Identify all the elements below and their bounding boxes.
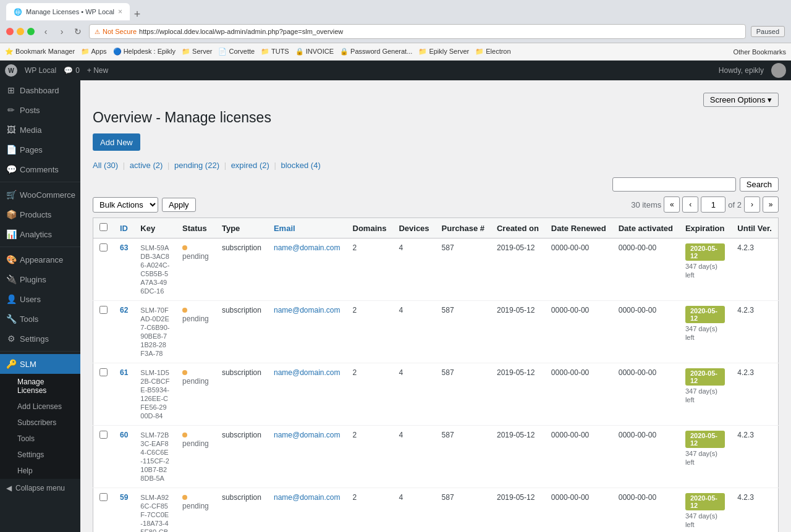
expiry-badge: 2020-05-12 (685, 306, 725, 323)
bookmark-epikly-server[interactable]: 📁 Epikly Server (418, 48, 469, 56)
row-checkbox[interactable] (99, 368, 108, 376)
close-dot[interactable] (6, 28, 14, 35)
sidebar-item-woocommerce[interactable]: 🛒 WooCommerce (0, 185, 80, 205)
sidebar-item-appearance[interactable]: 🎨 Appearance (0, 250, 80, 269)
sidebar-item-analytics[interactable]: 📊 Analytics (0, 224, 80, 244)
tab-bar: 🌐 Manage Licenses • WP Local × + (0, 0, 791, 20)
email-link[interactable]: name@domain.com (274, 306, 341, 315)
cell-activated: 0000-00-00 (612, 363, 679, 426)
screen-options-button[interactable]: Screen Options ▾ (703, 93, 779, 107)
back-button[interactable]: ‹ (40, 25, 52, 38)
email-link[interactable]: name@domain.com (274, 493, 341, 502)
sidebar-submenu-tools[interactable]: Tools (0, 431, 80, 447)
expiry-badge: 2020-05-12 (685, 243, 725, 261)
sidebar-item-comments[interactable]: 💬 Comments (0, 159, 80, 179)
sidebar-submenu-subscribers[interactable]: Subscribers (0, 415, 80, 431)
active-tab[interactable]: 🌐 Manage Licenses • WP Local × (6, 3, 130, 20)
user-avatar[interactable] (771, 63, 786, 78)
tab-close-button[interactable]: × (118, 7, 122, 16)
prev-page-button[interactable]: ‹ (682, 196, 698, 213)
sidebar-item-dashboard[interactable]: ⊞ Dashboard (0, 80, 80, 100)
bulk-actions-wrap: Bulk Actions Apply (93, 197, 196, 213)
col-key: Key (134, 218, 176, 239)
bookmark-manager[interactable]: ⭐ Bookmark Manager (5, 48, 75, 56)
bookmark-password[interactable]: 🔒 Password Generat... (340, 48, 412, 56)
bookmark-invoice[interactable]: 🔒 INVOICE (295, 48, 334, 56)
email-link[interactable]: name@domain.com (274, 431, 341, 439)
woocommerce-label: WooCommerce (20, 190, 75, 200)
expiry-badge: 2020-05-12 (685, 493, 725, 510)
next-page-button[interactable]: › (744, 196, 760, 213)
bulk-actions-select[interactable]: Bulk Actions (93, 197, 158, 213)
minimize-dot[interactable] (17, 28, 24, 35)
cell-renewed: 0000-00-00 (545, 426, 612, 488)
search-button[interactable]: Search (740, 177, 779, 192)
filter-active[interactable]: active (2) (130, 161, 163, 170)
site-name[interactable]: WP Local (25, 66, 56, 75)
page-number-input[interactable] (701, 196, 725, 213)
row-checkbox[interactable] (99, 306, 108, 314)
add-new-button[interactable]: Add New (93, 133, 140, 151)
comments-count: 0 (75, 66, 80, 75)
new-content-button[interactable]: + New (87, 66, 108, 75)
bookmark-server[interactable]: 📁 Server (182, 48, 212, 56)
sidebar-item-settings[interactable]: ⚙ Settings (0, 329, 80, 348)
row-checkbox[interactable] (99, 431, 108, 439)
address-bar[interactable]: ⚠ Not Secure https://wplocal.ddev.local/… (89, 24, 746, 39)
last-page-button[interactable]: » (763, 196, 779, 213)
cell-key: SLM-72B3C-EAF84-C6C6E-115CF-210B7-B28DB-… (134, 426, 176, 488)
row-checkbox[interactable] (99, 243, 108, 251)
comments-badge[interactable]: 💬 0 (64, 66, 80, 75)
bookmark-apps[interactable]: 📁 Apps (81, 48, 107, 56)
new-tab-button[interactable]: + (131, 8, 143, 20)
cell-domains: 2 (347, 301, 393, 363)
maximize-dot[interactable] (27, 28, 35, 35)
sidebar-item-products[interactable]: 📦 Products (0, 205, 80, 224)
bookmark-tuts[interactable]: 📁 TUTS (261, 48, 289, 56)
row-checkbox[interactable] (99, 493, 108, 501)
sidebar-submenu-add-licenses[interactable]: Add Licenses (0, 399, 80, 415)
cell-domains: 2 (347, 239, 393, 301)
sidebar-item-media[interactable]: 🖼 Media (0, 120, 80, 140)
posts-icon: ✏ (6, 105, 16, 115)
pages-icon: 📄 (6, 145, 16, 154)
col-status: Status (176, 218, 216, 239)
filter-pending[interactable]: pending (22) (174, 161, 219, 170)
filter-all[interactable]: All (30) (93, 161, 118, 170)
paused-button[interactable]: Paused (751, 26, 785, 37)
select-all-checkbox[interactable] (99, 223, 108, 231)
email-link[interactable]: name@domain.com (274, 368, 341, 377)
cell-until-ver: 4.2.3 (731, 363, 778, 426)
reload-button[interactable]: ↻ (72, 25, 84, 38)
cell-domains: 2 (347, 363, 393, 426)
wp-logo[interactable]: W (5, 64, 17, 77)
filter-expired[interactable]: expired (2) (231, 161, 269, 170)
sidebar-submenu-manage-licenses[interactable]: Manage Licenses (0, 374, 80, 399)
col-id[interactable]: ID (114, 218, 134, 239)
sidebar-submenu-help[interactable]: Help (0, 463, 80, 479)
pagination-wrap: 30 items « ‹ of 2 › » (631, 196, 779, 213)
first-page-button[interactable]: « (664, 196, 680, 213)
bookmark-electron[interactable]: 📁 Electron (475, 48, 510, 56)
sidebar-item-slm[interactable]: 🔑 SLM (0, 354, 80, 374)
filter-blocked[interactable]: blocked (4) (281, 161, 320, 170)
apply-button[interactable]: Apply (162, 198, 196, 212)
bookmark-helpdesk[interactable]: 🔵 Helpdesk : Epikly (113, 48, 176, 56)
bookmark-other[interactable]: Other Bookmarks (733, 48, 786, 56)
sidebar-submenu-settings[interactable]: Settings (0, 447, 80, 463)
sidebar-item-posts[interactable]: ✏ Posts (0, 100, 80, 120)
col-email[interactable]: Email (268, 218, 347, 239)
cell-expiration: 2020-05-12 347 day(s) left (679, 488, 731, 533)
cell-type: subscription (216, 363, 268, 426)
pages-label: Pages (20, 145, 43, 154)
collapse-menu-button[interactable]: ◀ Collapse menu (0, 479, 80, 497)
email-link[interactable]: name@domain.com (274, 243, 341, 252)
sidebar-item-tools[interactable]: 🔧 Tools (0, 309, 80, 329)
search-input[interactable] (612, 177, 736, 192)
bookmark-corvette[interactable]: 📄 Corvette (218, 48, 255, 56)
sidebar-item-plugins[interactable]: 🔌 Plugins (0, 269, 80, 289)
forward-button[interactable]: › (56, 25, 68, 38)
cell-created: 2019-05-12 (491, 426, 545, 488)
sidebar-item-pages[interactable]: 📄 Pages (0, 140, 80, 159)
sidebar-item-users[interactable]: 👤 Users (0, 289, 80, 309)
